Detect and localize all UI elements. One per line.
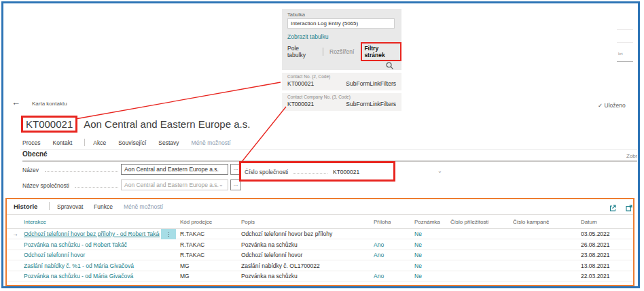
kod-prodejce-cell: R.TAKAC: [180, 240, 238, 250]
filter-value: KT000021: [287, 101, 314, 107]
action-bar-divider: [20, 149, 637, 150]
menu-item-souvisejici[interactable]: Související: [118, 139, 146, 146]
poznamka-cell[interactable]: Ne: [414, 240, 442, 250]
popup-tabs: Pole tabulky Rozšíření Filtry stránek: [287, 45, 401, 58]
chevron-down-icon[interactable]: ⌄: [437, 168, 442, 174]
column-header-popis[interactable]: Popis: [241, 217, 255, 228]
menu-item-proces[interactable]: Proces: [22, 139, 40, 146]
active-row-icon: →: [12, 229, 24, 239]
column-header-interakce[interactable]: Interakce: [24, 217, 160, 228]
cislo-kampane-cell: [513, 261, 575, 271]
nazev-spolecnosti-assist-button[interactable]: ...: [230, 179, 241, 190]
filter-card-contact-company-no[interactable]: Contact Company No. (3, Code) KT000021 S…: [282, 93, 401, 111]
column-header-priloha[interactable]: Příloha: [374, 217, 391, 228]
popis-cell: Zaslání nabídky č. OL1700022: [241, 261, 370, 271]
menu-item-sestavy[interactable]: Sestavy: [158, 139, 179, 146]
table-row[interactable]: → Odchozí telefonní hovor bez přílohy - …: [7, 229, 633, 239]
back-icon[interactable]: ←: [12, 97, 20, 107]
filter-value: KT000021: [287, 80, 314, 87]
breadcrumb[interactable]: Karta kontaktu: [32, 101, 67, 107]
nazev-spolecnosti-input[interactable]: Aon Central and Eastern Europe a.s.: [121, 179, 228, 190]
column-header-cislo-prilezitosti[interactable]: Číslo příležitosti: [450, 217, 488, 228]
cislo-spolecnosti-value[interactable]: KT000021: [333, 169, 359, 175]
cislo-prilezitosti-cell: [450, 271, 510, 281]
datum-cell: 13.08.2021: [581, 261, 622, 271]
tab-extensions[interactable]: Rozšíření: [329, 48, 354, 55]
cislo-kampane-cell: [513, 240, 575, 250]
cislo-prilezitosti-cell: [450, 250, 510, 260]
chevron-down-icon[interactable]: ⌄: [219, 182, 223, 188]
datum-cell: 23.08.2021: [581, 250, 622, 260]
share-icon[interactable]: [609, 203, 617, 211]
interakce-link[interactable]: Pozvánka na schůzku - od Mária Givačová: [24, 271, 160, 281]
cutoff-artifact: [617, 29, 633, 30]
menu-item-akce[interactable]: Akce: [93, 139, 106, 146]
history-menu-funkce[interactable]: Funkce: [94, 203, 113, 210]
column-header-poznamka[interactable]: Poznámka: [414, 217, 440, 228]
table-label: Tabulka: [287, 12, 305, 18]
kod-prodejce-cell: R.TAKAC: [180, 229, 238, 239]
field-label-nazev: Název: [22, 167, 39, 173]
section-divider: [22, 160, 637, 162]
dotted-leader: [45, 171, 118, 172]
priloha-cell[interactable]: Ano: [374, 271, 395, 281]
nazev-assist-button[interactable]: ...: [230, 164, 241, 175]
cislo-kampane-cell: [513, 250, 575, 260]
filter-field-name: Contact Company No. (3, Code): [287, 95, 351, 99]
filter-card-contact-no[interactable]: Contact No. (2, Code) KT000021 SubFormLi…: [282, 73, 401, 90]
page-title: KT000021 Aon Central and Eastern Europe …: [21, 114, 250, 133]
column-header-kod-prodejce[interactable]: Kód prodejce: [180, 217, 212, 228]
show-table-link[interactable]: Zobrazit tabulku: [287, 33, 328, 40]
history-menu-mene-moznosti[interactable]: Méně možností: [124, 203, 163, 210]
cislo-prilezitosti-cell: [450, 261, 510, 271]
table-row[interactable]: Pozvánka na schůzku - od Mária Givačová …: [7, 271, 633, 281]
menu-divider: [84, 139, 85, 146]
cislo-prilezitosti-cell: [450, 240, 510, 250]
popis-cell: Pozvánka na schůzku: [241, 240, 370, 250]
show-more-link[interactable]: Zobr: [626, 153, 637, 159]
table-info-popup: Tabulka Interaction Log Entry (5065) Zob…: [282, 9, 401, 70]
interakce-link[interactable]: Pozvánka na schůzku - od Robert Takáč: [24, 240, 160, 250]
search-icon[interactable]: [386, 61, 394, 69]
poznamka-cell[interactable]: Ne: [414, 261, 442, 271]
history-menu-spravovat[interactable]: Spravovat: [57, 203, 83, 210]
menu-item-mene-moznosti[interactable]: Méně možností: [192, 139, 231, 146]
checkmark-icon: ✓: [598, 102, 603, 109]
saved-status: ✓ Uloženo: [598, 102, 626, 109]
interakce-link[interactable]: Odchozí telefonní hovor bez přílohy - od…: [24, 229, 160, 239]
priloha-cell[interactable]: Ano: [374, 240, 395, 250]
open-in-window-icon[interactable]: [625, 203, 633, 211]
popis-cell: Odchozí telefonní hovor bez přílohy: [241, 229, 370, 239]
table-row[interactable]: Zaslání nabídky č. %1 - od Mária Givačov…: [7, 261, 633, 271]
priloha-cell[interactable]: Ano: [374, 250, 395, 260]
nazev-input[interactable]: Aon Central and Eastern Europe a.s.: [121, 164, 228, 175]
row-options-button[interactable]: ⋮: [161, 229, 176, 239]
filter-field-name: Contact No. (2, Code): [287, 74, 330, 79]
column-header-cislo-kampane[interactable]: Číslo kampaně: [513, 217, 549, 228]
history-header-divider: [7, 214, 633, 215]
popis-cell: Odchozí telefonní hovor: [241, 250, 370, 260]
history-menu-divider: [49, 202, 50, 210]
section-obecne: Obecné: [22, 150, 48, 158]
contact-number: KT000021: [21, 116, 77, 133]
tab-table-fields[interactable]: Pole tabulky: [287, 45, 317, 58]
table-row[interactable]: Pozvánka na schůzku - od Robert Takáč R.…: [7, 240, 633, 250]
priloha-cell[interactable]: [374, 261, 395, 271]
interakce-link[interactable]: Odchozí telefonní hovor: [24, 250, 160, 260]
poznamka-cell[interactable]: Ne: [414, 229, 442, 239]
interakce-link[interactable]: Zaslání nabídky č. %1 - od Mária Givačov…: [24, 261, 160, 271]
column-header-datum[interactable]: Datum: [581, 217, 597, 228]
cutoff-artifact: [617, 61, 633, 62]
table-name-field[interactable]: Interaction Log Entry (5065): [287, 18, 395, 29]
datum-cell: 22.03.2021: [581, 271, 622, 281]
poznamka-cell[interactable]: Ne: [414, 250, 442, 260]
poznamka-cell[interactable]: Ne: [414, 271, 442, 281]
tab-page-filters[interactable]: Filtry stránek: [361, 42, 401, 61]
menu-item-kontakt[interactable]: Kontakt: [52, 139, 72, 146]
table-row[interactable]: Odchozí telefonní hovor R.TAKAC Odchozí …: [7, 250, 633, 260]
priloha-cell[interactable]: [374, 229, 395, 239]
kod-prodejce-cell: R.TAKAC: [180, 250, 238, 260]
popis-cell: Pozvánka na schůzku: [241, 271, 370, 281]
dotted-leader: [75, 187, 118, 188]
cislo-kampane-cell: [513, 271, 575, 281]
